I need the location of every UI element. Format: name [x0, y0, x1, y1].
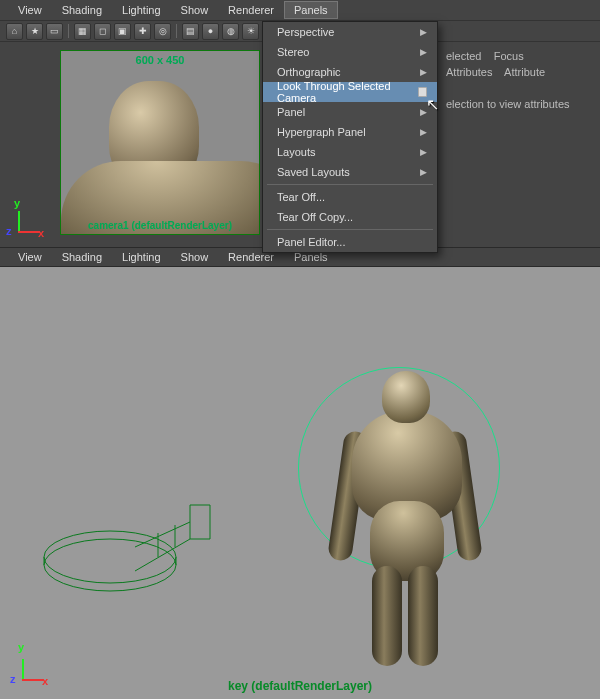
panels-dropdown: Perspective▶ Stereo▶ Orthographic▶ Look … [262, 21, 438, 253]
menu-panels[interactable]: Panels [284, 1, 338, 19]
menu-shading[interactable]: Shading [52, 1, 112, 19]
attr-text[interactable]: Focus [494, 50, 524, 62]
character-mesh[interactable] [322, 371, 482, 671]
menu-separator [267, 229, 433, 230]
panel1-menubar: View Shading Lighting Show Renderer Pane… [0, 0, 600, 21]
textured-icon[interactable]: ◍ [222, 23, 239, 40]
attr-text: Attribute [504, 66, 545, 78]
view-axis-gizmo: y x z [10, 645, 50, 685]
wireframe-icon[interactable]: ▤ [182, 23, 199, 40]
menu-item-tear-off[interactable]: Tear Off... [263, 187, 437, 207]
axis-x-icon: x [42, 675, 48, 687]
menu-item-look-through-selected-camera[interactable]: Look Through Selected Camera [263, 82, 437, 102]
axis-x-icon: x [38, 227, 44, 239]
menu-show[interactable]: Show [171, 1, 219, 19]
menu-item-saved-layouts[interactable]: Saved Layouts▶ [263, 162, 437, 182]
menu-view[interactable]: View [8, 1, 52, 19]
camera-label: camera1 (defaultRenderLayer) [88, 220, 232, 231]
chevron-right-icon: ▶ [420, 67, 427, 77]
image-plane-icon[interactable]: ▭ [46, 23, 63, 40]
perspective-viewport[interactable]: y x z key (defaultRenderLayer) [0, 267, 600, 699]
viewport-camera-label: key (defaultRenderLayer) [228, 679, 372, 693]
menu-item-layouts[interactable]: Layouts▶ [263, 142, 437, 162]
render-view[interactable]: 600 x 450 camera1 (defaultRenderLayer) [60, 50, 260, 235]
axis-y-icon: y [18, 641, 24, 653]
menu-item-hypergraph-panel[interactable]: Hypergraph Panel▶ [263, 122, 437, 142]
menu-item-perspective[interactable]: Perspective▶ [263, 22, 437, 42]
menu-separator [267, 184, 433, 185]
attr-hint: election to view attributes [446, 98, 570, 110]
cursor-icon: ↖ [426, 95, 439, 114]
spotlight-wireframe[interactable] [40, 487, 240, 607]
menu-item-tear-off-copy[interactable]: Tear Off Copy... [263, 207, 437, 227]
axis-z-icon: z [6, 225, 12, 237]
attr-text[interactable]: Attributes [446, 66, 492, 78]
menu-item-stereo[interactable]: Stereo▶ [263, 42, 437, 62]
field-chart-icon[interactable]: ✚ [134, 23, 151, 40]
menu-item-panel[interactable]: Panel▶ [263, 102, 437, 122]
menu-renderer[interactable]: Renderer [218, 1, 284, 19]
menu-item-panel-editor[interactable]: Panel Editor... [263, 232, 437, 252]
menu-shading[interactable]: Shading [52, 248, 112, 266]
resolution-gate-icon[interactable]: ▣ [114, 23, 131, 40]
render-dimensions: 600 x 450 [136, 54, 185, 66]
grid-icon[interactable]: ▦ [74, 23, 91, 40]
menu-show[interactable]: Show [171, 248, 219, 266]
view-axis-gizmo: y x z [6, 201, 42, 237]
chevron-right-icon: ▶ [420, 147, 427, 157]
select-camera-icon[interactable]: ⌂ [6, 23, 23, 40]
menu-lighting[interactable]: Lighting [112, 248, 171, 266]
film-gate-icon[interactable]: ◻ [94, 23, 111, 40]
safe-action-icon[interactable]: ◎ [154, 23, 171, 40]
chevron-right-icon: ▶ [420, 47, 427, 57]
toolbar-divider [176, 24, 177, 38]
toolbar-divider [68, 24, 69, 38]
menu-item-orthographic[interactable]: Orthographic▶ [263, 62, 437, 82]
chevron-right-icon: ▶ [420, 27, 427, 37]
lights-icon[interactable]: ☀ [242, 23, 259, 40]
attr-text[interactable]: elected [446, 50, 481, 62]
axis-z-icon: z [10, 673, 16, 685]
menu-view[interactable]: View [8, 248, 52, 266]
bookmark-icon[interactable]: ★ [26, 23, 43, 40]
render-panel: 600 x 450 camera1 (defaultRenderLayer) y… [0, 42, 260, 247]
menu-lighting[interactable]: Lighting [112, 1, 171, 19]
chevron-right-icon: ▶ [420, 127, 427, 137]
shaded-icon[interactable]: ● [202, 23, 219, 40]
axis-y-icon: y [14, 197, 20, 209]
chevron-right-icon: ▶ [420, 167, 427, 177]
